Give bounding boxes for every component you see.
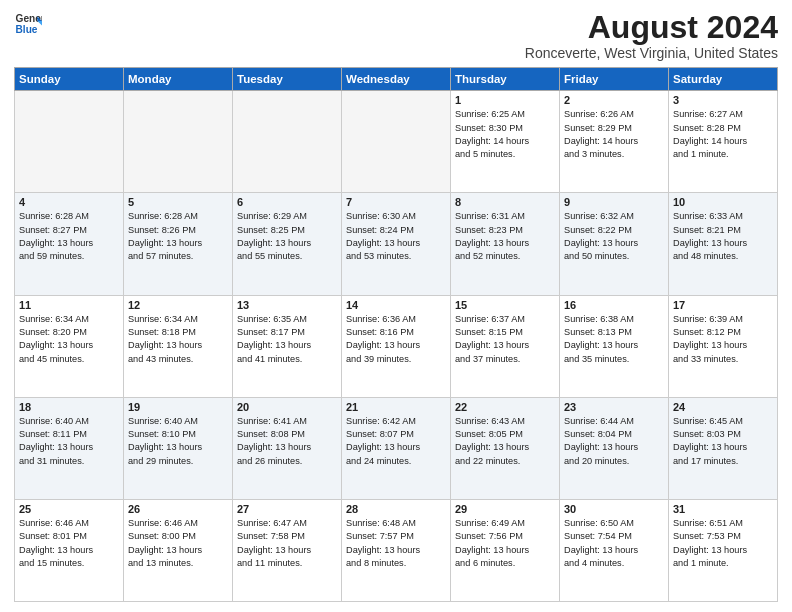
day-number: 9 <box>564 196 664 208</box>
calendar-day-cell: 11Sunrise: 6:34 AM Sunset: 8:20 PM Dayli… <box>15 295 124 397</box>
calendar-day-cell <box>342 91 451 193</box>
day-number: 5 <box>128 196 228 208</box>
day-info: Sunrise: 6:38 AM Sunset: 8:13 PM Dayligh… <box>564 313 664 366</box>
calendar: SundayMondayTuesdayWednesdayThursdayFrid… <box>14 67 778 602</box>
calendar-weekday-header: Tuesday <box>233 68 342 91</box>
day-number: 30 <box>564 503 664 515</box>
calendar-day-cell: 24Sunrise: 6:45 AM Sunset: 8:03 PM Dayli… <box>669 397 778 499</box>
day-info: Sunrise: 6:47 AM Sunset: 7:58 PM Dayligh… <box>237 517 337 570</box>
calendar-day-cell: 20Sunrise: 6:41 AM Sunset: 8:08 PM Dayli… <box>233 397 342 499</box>
day-info: Sunrise: 6:37 AM Sunset: 8:15 PM Dayligh… <box>455 313 555 366</box>
day-number: 2 <box>564 94 664 106</box>
day-info: Sunrise: 6:36 AM Sunset: 8:16 PM Dayligh… <box>346 313 446 366</box>
calendar-day-cell: 27Sunrise: 6:47 AM Sunset: 7:58 PM Dayli… <box>233 499 342 601</box>
day-info: Sunrise: 6:46 AM Sunset: 8:01 PM Dayligh… <box>19 517 119 570</box>
calendar-day-cell: 15Sunrise: 6:37 AM Sunset: 8:15 PM Dayli… <box>451 295 560 397</box>
day-number: 29 <box>455 503 555 515</box>
day-info: Sunrise: 6:40 AM Sunset: 8:10 PM Dayligh… <box>128 415 228 468</box>
calendar-day-cell: 19Sunrise: 6:40 AM Sunset: 8:10 PM Dayli… <box>124 397 233 499</box>
day-number: 17 <box>673 299 773 311</box>
calendar-day-cell: 17Sunrise: 6:39 AM Sunset: 8:12 PM Dayli… <box>669 295 778 397</box>
day-info: Sunrise: 6:25 AM Sunset: 8:30 PM Dayligh… <box>455 108 555 161</box>
calendar-weekday-header: Sunday <box>15 68 124 91</box>
calendar-day-cell: 10Sunrise: 6:33 AM Sunset: 8:21 PM Dayli… <box>669 193 778 295</box>
day-number: 23 <box>564 401 664 413</box>
day-info: Sunrise: 6:50 AM Sunset: 7:54 PM Dayligh… <box>564 517 664 570</box>
calendar-day-cell: 8Sunrise: 6:31 AM Sunset: 8:23 PM Daylig… <box>451 193 560 295</box>
calendar-day-cell: 6Sunrise: 6:29 AM Sunset: 8:25 PM Daylig… <box>233 193 342 295</box>
day-number: 13 <box>237 299 337 311</box>
day-info: Sunrise: 6:27 AM Sunset: 8:28 PM Dayligh… <box>673 108 773 161</box>
calendar-day-cell: 21Sunrise: 6:42 AM Sunset: 8:07 PM Dayli… <box>342 397 451 499</box>
day-number: 16 <box>564 299 664 311</box>
title-block: August 2024 Ronceverte, West Virginia, U… <box>525 10 778 61</box>
day-number: 21 <box>346 401 446 413</box>
calendar-day-cell: 22Sunrise: 6:43 AM Sunset: 8:05 PM Dayli… <box>451 397 560 499</box>
calendar-week-row: 25Sunrise: 6:46 AM Sunset: 8:01 PM Dayli… <box>15 499 778 601</box>
day-info: Sunrise: 6:34 AM Sunset: 8:20 PM Dayligh… <box>19 313 119 366</box>
day-info: Sunrise: 6:39 AM Sunset: 8:12 PM Dayligh… <box>673 313 773 366</box>
day-info: Sunrise: 6:44 AM Sunset: 8:04 PM Dayligh… <box>564 415 664 468</box>
calendar-day-cell: 13Sunrise: 6:35 AM Sunset: 8:17 PM Dayli… <box>233 295 342 397</box>
calendar-day-cell: 7Sunrise: 6:30 AM Sunset: 8:24 PM Daylig… <box>342 193 451 295</box>
header: General Blue August 2024 Ronceverte, Wes… <box>14 10 778 61</box>
day-info: Sunrise: 6:34 AM Sunset: 8:18 PM Dayligh… <box>128 313 228 366</box>
location-title: Ronceverte, West Virginia, United States <box>525 45 778 61</box>
calendar-day-cell: 1Sunrise: 6:25 AM Sunset: 8:30 PM Daylig… <box>451 91 560 193</box>
calendar-day-cell: 25Sunrise: 6:46 AM Sunset: 8:01 PM Dayli… <box>15 499 124 601</box>
calendar-day-cell: 28Sunrise: 6:48 AM Sunset: 7:57 PM Dayli… <box>342 499 451 601</box>
calendar-day-cell <box>15 91 124 193</box>
day-number: 19 <box>128 401 228 413</box>
calendar-day-cell: 18Sunrise: 6:40 AM Sunset: 8:11 PM Dayli… <box>15 397 124 499</box>
day-number: 8 <box>455 196 555 208</box>
day-number: 20 <box>237 401 337 413</box>
calendar-week-row: 4Sunrise: 6:28 AM Sunset: 8:27 PM Daylig… <box>15 193 778 295</box>
day-info: Sunrise: 6:35 AM Sunset: 8:17 PM Dayligh… <box>237 313 337 366</box>
page: General Blue August 2024 Ronceverte, Wes… <box>0 0 792 612</box>
calendar-header-row: SundayMondayTuesdayWednesdayThursdayFrid… <box>15 68 778 91</box>
calendar-day-cell: 31Sunrise: 6:51 AM Sunset: 7:53 PM Dayli… <box>669 499 778 601</box>
calendar-weekday-header: Thursday <box>451 68 560 91</box>
logo-icon: General Blue <box>14 10 42 38</box>
logo: General Blue <box>14 10 42 38</box>
calendar-day-cell: 26Sunrise: 6:46 AM Sunset: 8:00 PM Dayli… <box>124 499 233 601</box>
calendar-day-cell <box>233 91 342 193</box>
day-number: 12 <box>128 299 228 311</box>
day-info: Sunrise: 6:31 AM Sunset: 8:23 PM Dayligh… <box>455 210 555 263</box>
day-info: Sunrise: 6:28 AM Sunset: 8:27 PM Dayligh… <box>19 210 119 263</box>
calendar-day-cell: 29Sunrise: 6:49 AM Sunset: 7:56 PM Dayli… <box>451 499 560 601</box>
day-number: 24 <box>673 401 773 413</box>
calendar-weekday-header: Friday <box>560 68 669 91</box>
day-number: 7 <box>346 196 446 208</box>
calendar-day-cell: 16Sunrise: 6:38 AM Sunset: 8:13 PM Dayli… <box>560 295 669 397</box>
calendar-week-row: 18Sunrise: 6:40 AM Sunset: 8:11 PM Dayli… <box>15 397 778 499</box>
day-number: 22 <box>455 401 555 413</box>
day-number: 28 <box>346 503 446 515</box>
calendar-day-cell: 5Sunrise: 6:28 AM Sunset: 8:26 PM Daylig… <box>124 193 233 295</box>
svg-text:Blue: Blue <box>16 24 38 35</box>
day-number: 14 <box>346 299 446 311</box>
day-number: 18 <box>19 401 119 413</box>
day-info: Sunrise: 6:32 AM Sunset: 8:22 PM Dayligh… <box>564 210 664 263</box>
calendar-day-cell: 14Sunrise: 6:36 AM Sunset: 8:16 PM Dayli… <box>342 295 451 397</box>
calendar-day-cell: 23Sunrise: 6:44 AM Sunset: 8:04 PM Dayli… <box>560 397 669 499</box>
day-number: 3 <box>673 94 773 106</box>
day-number: 11 <box>19 299 119 311</box>
day-info: Sunrise: 6:46 AM Sunset: 8:00 PM Dayligh… <box>128 517 228 570</box>
calendar-week-row: 1Sunrise: 6:25 AM Sunset: 8:30 PM Daylig… <box>15 91 778 193</box>
day-info: Sunrise: 6:43 AM Sunset: 8:05 PM Dayligh… <box>455 415 555 468</box>
day-info: Sunrise: 6:29 AM Sunset: 8:25 PM Dayligh… <box>237 210 337 263</box>
calendar-weekday-header: Wednesday <box>342 68 451 91</box>
calendar-day-cell: 30Sunrise: 6:50 AM Sunset: 7:54 PM Dayli… <box>560 499 669 601</box>
calendar-day-cell: 2Sunrise: 6:26 AM Sunset: 8:29 PM Daylig… <box>560 91 669 193</box>
day-info: Sunrise: 6:42 AM Sunset: 8:07 PM Dayligh… <box>346 415 446 468</box>
day-number: 6 <box>237 196 337 208</box>
month-title: August 2024 <box>525 10 778 45</box>
day-number: 25 <box>19 503 119 515</box>
day-info: Sunrise: 6:26 AM Sunset: 8:29 PM Dayligh… <box>564 108 664 161</box>
calendar-weekday-header: Saturday <box>669 68 778 91</box>
day-info: Sunrise: 6:49 AM Sunset: 7:56 PM Dayligh… <box>455 517 555 570</box>
day-number: 27 <box>237 503 337 515</box>
calendar-week-row: 11Sunrise: 6:34 AM Sunset: 8:20 PM Dayli… <box>15 295 778 397</box>
day-number: 4 <box>19 196 119 208</box>
